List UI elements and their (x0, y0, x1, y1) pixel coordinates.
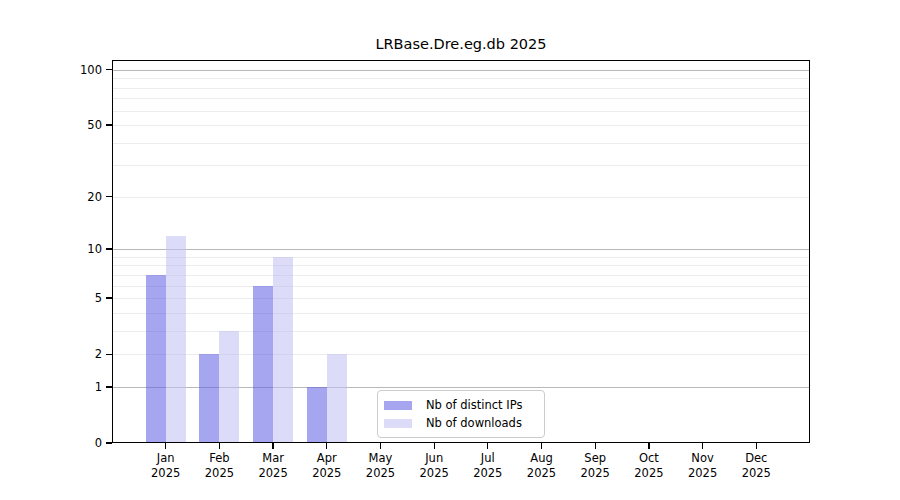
y-tick-label-100: 100 (58, 63, 102, 77)
y-tick-label-2: 2 (58, 347, 102, 361)
gridline-minor-90 (112, 78, 810, 79)
gridline-minor-20 (112, 197, 810, 198)
y-tick-label-50: 50 (58, 118, 102, 132)
gridline-minor-3 (112, 331, 810, 332)
x-tick-jul (487, 443, 488, 449)
gridline-minor-80 (112, 88, 810, 89)
legend-row-distinct-ips: Nb of distinct IPs (384, 398, 544, 412)
bar-downloads-feb (219, 331, 239, 443)
x-tick-jun (434, 443, 435, 449)
x-tick-oct (648, 443, 649, 449)
x-tick-aug (541, 443, 542, 449)
gridline-minor-7 (112, 275, 810, 276)
x-tick-apr (326, 443, 327, 449)
gridline-major-10 (112, 249, 810, 250)
gridline-minor-60 (112, 111, 810, 112)
bar-distinct-ips-feb (199, 354, 219, 443)
x-tick-sep (595, 443, 596, 449)
bar-distinct-ips-jan (146, 275, 166, 443)
legend-label-distinct-ips: Nb of distinct IPs (426, 398, 522, 412)
legend-row-downloads: Nb of downloads (384, 416, 544, 430)
legend-swatch-distinct-ips (384, 401, 412, 410)
gridline-minor-50 (112, 125, 810, 126)
x-tick-jan (165, 443, 166, 449)
gridline-major-100 (112, 70, 810, 71)
x-tick-nov (702, 443, 703, 449)
y-tick-10 (106, 248, 112, 249)
legend-swatch-downloads (384, 419, 412, 428)
y-tick-50 (106, 124, 112, 125)
gridline-minor-6 (112, 286, 810, 287)
y-tick-1 (106, 386, 112, 387)
y-tick-label-5: 5 (58, 291, 102, 305)
x-tick-feb (219, 443, 220, 449)
bar-downloads-jan (166, 236, 186, 443)
gridline-minor-40 (112, 143, 810, 144)
y-tick-2 (106, 354, 112, 355)
gridline-minor-5 (112, 298, 810, 299)
x-tick-label-dec: Dec 2025 (724, 451, 788, 481)
bar-distinct-ips-apr (307, 387, 327, 443)
y-tick-label-10: 10 (58, 242, 102, 256)
y-tick-100 (106, 69, 112, 70)
x-tick-may (380, 443, 381, 449)
y-tick-0 (106, 442, 112, 443)
bar-downloads-apr (327, 354, 347, 443)
legend-label-downloads: Nb of downloads (426, 416, 522, 430)
gridline-minor-4 (112, 313, 810, 314)
y-tick-label-20: 20 (58, 190, 102, 204)
bar-distinct-ips-mar (253, 286, 273, 443)
y-tick-label-0: 0 (58, 436, 102, 450)
x-tick-mar (272, 443, 273, 449)
gridline-minor-9 (112, 257, 810, 258)
gridline-minor-70 (112, 98, 810, 99)
x-tick-dec (756, 443, 757, 449)
gridline-minor-8 (112, 265, 810, 266)
chart: LRBase.Dre.eg.db 2025 0125102050100Jan 2… (0, 0, 900, 500)
bar-downloads-mar (273, 257, 293, 443)
legend: Nb of distinct IPs Nb of downloads (377, 390, 545, 438)
y-tick-5 (106, 297, 112, 298)
chart-title: LRBase.Dre.eg.db 2025 (112, 36, 810, 52)
y-tick-20 (106, 196, 112, 197)
gridline-minor-30 (112, 165, 810, 166)
y-tick-label-1: 1 (58, 380, 102, 394)
